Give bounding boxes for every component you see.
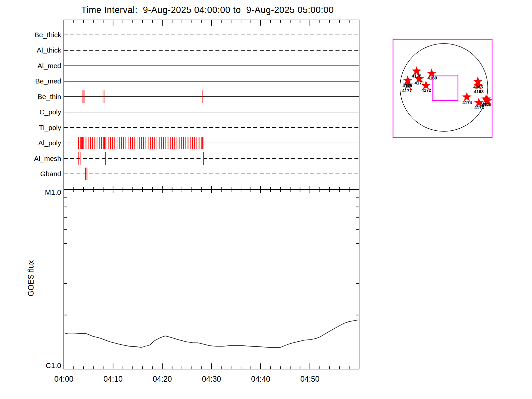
plot-canvas: Be_thickAl_thickAl_medBe_medBe_thinC_pol… [0, 0, 532, 399]
filter-label-Al_mesh: Al_mesh [34, 155, 61, 163]
filter-label-Al_med: Al_med [38, 62, 61, 70]
goes-flux-curve [64, 320, 358, 347]
active-region-label-4172: 4172 [422, 88, 431, 93]
time-label-04:40: 04:40 [251, 375, 270, 383]
active-region-label-4174: 4174 [463, 100, 472, 105]
goes-ymax-label: M1.0 [45, 188, 61, 197]
filter-label-Be_med: Be_med [35, 77, 61, 85]
filter-label-Ti_poly: Ti_poly [39, 124, 61, 132]
active-region-label-4177: 4177 [402, 88, 412, 93]
active-region-label-4176: 4176 [412, 73, 422, 78]
filter-label-C_poly: C_poly [40, 108, 62, 116]
active-region-label-4165: 4165 [473, 84, 483, 89]
time-label-04:20: 04:20 [153, 375, 172, 383]
active-region-label-4170: 4170 [482, 102, 491, 107]
time-label-04:50: 04:50 [300, 375, 320, 383]
filter-label-Al_poly: Al_poly [38, 139, 61, 147]
xrt-observation-timeline-screen: Time Interval: 9-Aug-2025 04:00:00 to 9-… [0, 0, 532, 399]
active-region-label-4169: 4169 [428, 75, 437, 80]
time-label-04:30: 04:30 [202, 375, 221, 383]
filter-label-Gband: Gband [40, 170, 61, 178]
filter-label-Be_thin: Be_thin [38, 93, 61, 101]
active-region-label-4171: 4171 [415, 80, 424, 85]
time-label-04:00: 04:00 [54, 375, 73, 383]
active-region-label-4175: 4175 [403, 83, 412, 88]
goes-ymin-label: C1.0 [46, 361, 61, 370]
goes-axis-title: GOES flux [27, 260, 35, 296]
filter-label-Al_thick: Al_thick [37, 46, 61, 54]
filter-label-Be_thick: Be_thick [34, 31, 61, 39]
time-label-04:10: 04:10 [103, 375, 123, 383]
active-region-label-4168: 4168 [474, 89, 484, 94]
